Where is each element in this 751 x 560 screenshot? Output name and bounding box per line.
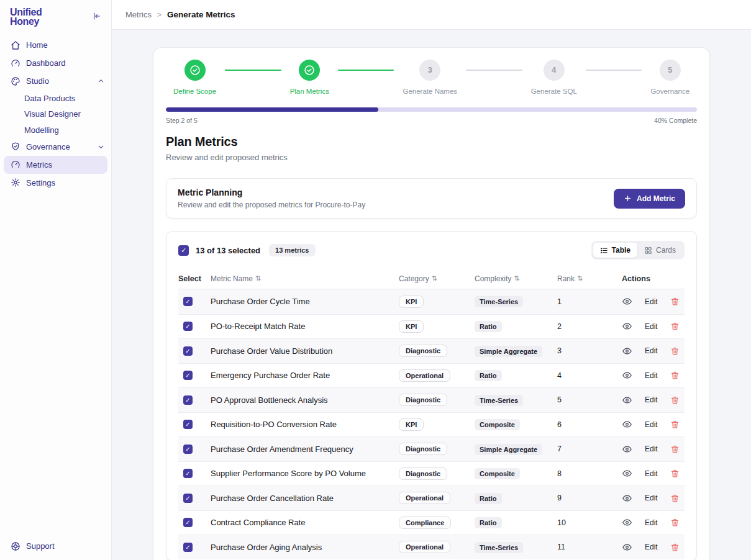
complexity-chip: Time-Series — [475, 296, 523, 307]
sidebar-item-settings[interactable]: Settings — [0, 174, 111, 192]
sort-icon[interactable]: ⇅ — [577, 274, 583, 282]
view-eye-icon[interactable] — [622, 517, 632, 528]
row-checkbox[interactable] — [183, 322, 193, 331]
view-eye-icon[interactable] — [622, 468, 632, 479]
edit-button[interactable]: Edit — [645, 494, 658, 502]
planning-card-title: Metric Planning — [178, 187, 365, 197]
header-complexity[interactable]: Complexity ⇅ — [475, 274, 557, 283]
row-checkbox[interactable] — [183, 494, 193, 503]
stepper: Define Scope Plan Metrics 3 Generate Nam… — [166, 48, 697, 104]
header-rank[interactable]: Rank ⇅ — [557, 274, 613, 283]
trash-icon[interactable] — [670, 445, 680, 454]
edit-button[interactable]: Edit — [645, 346, 658, 355]
select-all-checkbox[interactable] — [178, 245, 189, 256]
table-row: Contract Compliance Rate Compliance Rati… — [178, 510, 685, 535]
trash-icon[interactable] — [670, 322, 680, 331]
sidebar-item-visual-designer[interactable]: Visual Designer — [0, 106, 111, 122]
list-icon — [600, 246, 608, 255]
sidebar-item-label: Studio — [26, 76, 91, 86]
trash-icon[interactable] — [670, 543, 680, 552]
trash-icon[interactable] — [670, 494, 680, 503]
row-checkbox[interactable] — [183, 297, 193, 306]
trash-icon[interactable] — [670, 371, 680, 380]
progress-percent-text: 40% Complete — [654, 117, 697, 124]
header-category[interactable]: Category ⇅ — [399, 274, 475, 283]
complexity-chip: Ratio — [475, 370, 502, 381]
trash-icon[interactable] — [670, 395, 680, 405]
edit-button[interactable]: Edit — [645, 469, 658, 478]
step-define-scope[interactable]: Define Scope — [173, 60, 216, 95]
chevron-up-icon[interactable] — [97, 77, 105, 85]
table-view-button[interactable]: Table — [593, 243, 637, 258]
edit-button[interactable]: Edit — [645, 395, 658, 404]
metric-name-cell: Requisition-to-PO Conversion Rate — [211, 420, 399, 429]
collapse-sidebar-icon[interactable] — [91, 11, 101, 21]
sidebar-item-support[interactable]: Support — [0, 537, 111, 555]
sidebar-item-home[interactable]: Home — [0, 36, 111, 54]
step-plan-metrics[interactable]: Plan Metrics — [290, 60, 329, 95]
view-eye-icon[interactable] — [622, 346, 632, 356]
edit-button[interactable]: Edit — [645, 420, 658, 429]
home-icon — [11, 40, 20, 50]
sidebar-item-studio[interactable]: Studio — [0, 72, 111, 90]
complexity-chip: Simple Aggregate — [475, 444, 542, 455]
trash-icon[interactable] — [670, 346, 680, 356]
view-eye-icon[interactable] — [622, 444, 632, 454]
row-checkbox[interactable] — [183, 346, 193, 356]
row-checkbox[interactable] — [183, 518, 193, 527]
edit-button[interactable]: Edit — [645, 543, 658, 551]
row-checkbox[interactable] — [183, 420, 193, 429]
sidebar-item-modelling[interactable]: Modelling — [0, 122, 111, 138]
view-eye-icon[interactable] — [622, 296, 632, 307]
step-generate-names[interactable]: 3 Generate Names — [403, 60, 457, 95]
selected-count-label: 13 of 13 selected — [196, 246, 260, 255]
trash-icon[interactable] — [670, 297, 680, 306]
edit-button[interactable]: Edit — [645, 445, 658, 453]
rank-cell: 11 — [557, 543, 613, 551]
trash-icon[interactable] — [670, 469, 680, 478]
view-eye-icon[interactable] — [622, 542, 632, 553]
step-number-circle: 3 — [419, 60, 440, 81]
sidebar-item-metrics[interactable]: Metrics — [4, 156, 107, 174]
table-row: Requisition-to-PO Conversion Rate KPI Co… — [178, 412, 685, 437]
metrics-table-card: 13 of 13 selected 13 metrics Table Cards… — [166, 231, 697, 560]
edit-button[interactable]: Edit — [645, 322, 658, 331]
sidebar-item-dashboard[interactable]: Dashboard — [0, 54, 111, 72]
add-metric-button[interactable]: Add Metric — [614, 189, 685, 209]
trash-icon[interactable] — [670, 518, 680, 527]
complexity-chip: Composite — [475, 419, 520, 430]
sidebar-item-label: Visual Designer — [24, 109, 81, 119]
edit-button[interactable]: Edit — [645, 297, 658, 306]
table-row: PO-to-Receipt Match Rate KPI Ratio 2 Edi… — [178, 314, 685, 339]
planning-card-subtitle: Review and edit the proposed metrics for… — [178, 201, 365, 209]
view-eye-icon[interactable] — [622, 493, 632, 504]
sort-icon[interactable]: ⇅ — [432, 274, 437, 282]
step-generate-sql[interactable]: 4 Generate SQL — [531, 60, 577, 95]
header-metric-name[interactable]: Metric Name ⇅ — [211, 274, 399, 283]
sidebar-item-governance[interactable]: Governance — [0, 138, 111, 156]
view-eye-icon[interactable] — [622, 419, 632, 430]
row-checkbox[interactable] — [183, 395, 193, 405]
view-eye-icon[interactable] — [622, 321, 632, 332]
view-eye-icon[interactable] — [622, 395, 632, 405]
edit-button[interactable]: Edit — [645, 518, 658, 527]
sort-icon[interactable]: ⇅ — [255, 274, 261, 282]
row-checkbox[interactable] — [183, 469, 193, 478]
sort-icon[interactable]: ⇅ — [514, 274, 519, 282]
sidebar-item-label: Governance — [26, 142, 91, 151]
sidebar-item-data-products[interactable]: Data Products — [0, 90, 111, 106]
step-number-circle: 4 — [544, 60, 565, 81]
view-eye-icon[interactable] — [622, 370, 632, 381]
cards-view-button[interactable]: Cards — [637, 243, 683, 258]
step-governance[interactable]: 5 Governance — [650, 60, 690, 95]
edit-button[interactable]: Edit — [645, 371, 658, 380]
trash-icon[interactable] — [670, 420, 680, 429]
row-checkbox[interactable] — [183, 543, 193, 552]
breadcrumb-separator: > — [157, 11, 162, 19]
step-connector — [338, 70, 394, 71]
chevron-down-icon[interactable] — [97, 143, 105, 151]
category-badge: KPI — [399, 320, 424, 333]
row-checkbox[interactable] — [183, 445, 193, 454]
breadcrumb-parent[interactable]: Metrics — [125, 10, 152, 19]
row-checkbox[interactable] — [183, 371, 193, 380]
